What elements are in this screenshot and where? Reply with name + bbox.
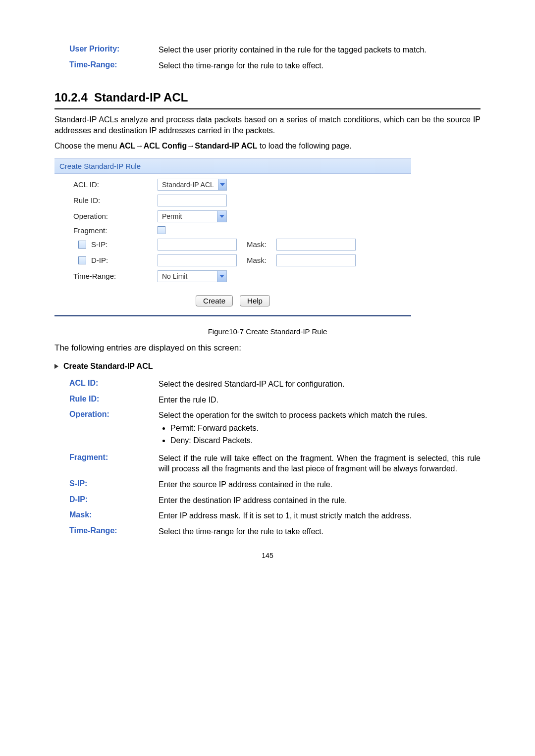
sip-mask-input[interactable]	[276, 239, 356, 251]
section-divider	[54, 108, 481, 109]
fragment-checkbox[interactable]	[158, 226, 165, 234]
label-fragment: Fragment:	[73, 226, 158, 235]
entries-intro: The following entries are displayed on t…	[54, 343, 481, 354]
sub-heading: Create Standard-IP ACL	[63, 362, 153, 371]
dip-input[interactable]	[158, 254, 237, 266]
definition-label-mask: Mask:	[69, 510, 159, 521]
svg-marker-1	[219, 215, 224, 218]
intro-paragraph-2: Choose the menu ACL→ACL Config→Standard-…	[54, 141, 481, 151]
chevron-down-icon	[217, 211, 226, 222]
definition-value: Select the desired Standard-IP ACL for c…	[159, 379, 481, 390]
chevron-down-icon	[218, 179, 226, 190]
operation-bullets: Permit: Forward packets. Deny: Discard P…	[159, 423, 481, 446]
form-grid: ACL ID: Standard-IP ACL Rule ID: Operati…	[54, 174, 411, 287]
top-definitions-block: User Priority: Select the user priority …	[54, 45, 481, 71]
bullet-deny: Deny: Discard Packets.	[170, 435, 481, 446]
operation-dropdown[interactable]: Permit	[158, 210, 227, 222]
label-rule-id: Rule ID:	[73, 196, 158, 204]
figure-caption: Figure10-7 Create Standard-IP Rule	[54, 327, 481, 336]
document-page: User Priority: Select the user priority …	[0, 0, 535, 756]
section-number: 10.2.4	[54, 91, 88, 104]
definition-value: Select if the rule will take effect on t…	[159, 453, 481, 474]
chevron-down-icon	[217, 271, 226, 282]
definition-value: Enter the destination IP address contain…	[159, 495, 481, 506]
svg-marker-0	[220, 183, 225, 186]
label-time-range: Time-Range:	[73, 272, 158, 280]
definition-value: Select the operation for the switch to p…	[159, 410, 481, 448]
intro2-suffix: to load the following page.	[258, 142, 352, 150]
definition-row: Time-Range: Select the time-range for th…	[69, 60, 481, 71]
definition-row: D-IP: Enter the destination IP address c…	[69, 495, 481, 506]
definition-value: Select the time-range for the rule to ta…	[159, 526, 481, 537]
definition-operation-text: Select the operation for the switch to p…	[159, 411, 428, 419]
definition-label-acl-id: ACL ID:	[69, 379, 159, 390]
panel-title-bar: Create Standard-IP Rule	[54, 158, 411, 174]
intro2-menu-path: ACL→ACL Config→Standard-IP ACL	[119, 142, 258, 150]
button-row: Create Help	[54, 295, 411, 306]
definition-label-operation: Operation:	[69, 410, 159, 448]
bullet-permit: Permit: Forward packets.	[170, 423, 481, 434]
definition-label-fragment: Fragment:	[69, 453, 159, 474]
acl-id-dropdown[interactable]: Standard-IP ACL	[158, 179, 227, 191]
definition-row: User Priority: Select the user priority …	[69, 45, 481, 55]
time-range-dropdown-value: No Limit	[158, 272, 217, 280]
definition-label-time-range: Time-Range:	[69, 526, 159, 537]
label-acl-id: ACL ID:	[73, 180, 158, 189]
label-dip-mask: Mask:	[247, 256, 267, 264]
intro-paragraph-1: Standard-IP ACLs analyze and process dat…	[54, 114, 481, 136]
definition-value: Enter IP address mask. If it is set to 1…	[159, 510, 481, 521]
definition-row: Time-Range: Select the time-range for th…	[69, 526, 481, 537]
label-dip: D-IP:	[91, 256, 108, 264]
create-rule-panel: Create Standard-IP Rule ACL ID: Standard…	[54, 158, 411, 316]
label-dip-row: D-IP:	[73, 256, 158, 264]
definition-row: Mask: Enter IP address mask. If it is se…	[69, 510, 481, 521]
definition-value: Enter the source IP address contained in…	[159, 479, 481, 490]
help-button[interactable]: Help	[240, 295, 270, 306]
definition-label-user-priority: User Priority:	[69, 45, 159, 55]
section-heading: 10.2.4 Standard-IP ACL	[54, 91, 481, 104]
definition-row: Operation: Select the operation for the …	[69, 410, 481, 448]
label-sip: S-IP:	[91, 240, 107, 249]
dip-mask-input[interactable]	[276, 254, 356, 266]
definition-value: Select the time-range for the rule to ta…	[159, 60, 481, 71]
operation-dropdown-value: Permit	[158, 212, 217, 220]
dip-checkbox[interactable]	[78, 256, 86, 264]
definition-value: Enter the rule ID.	[159, 395, 481, 405]
rule-id-input[interactable]	[158, 195, 227, 206]
sub-heading-row: Create Standard-IP ACL	[54, 362, 481, 371]
definition-row: Fragment: Select if the rule will take e…	[69, 453, 481, 474]
page-number: 145	[54, 552, 481, 559]
definition-label-dip: D-IP:	[69, 495, 159, 506]
create-button[interactable]: Create	[196, 295, 233, 306]
sip-checkbox[interactable]	[78, 241, 86, 249]
definition-row: S-IP: Enter the source IP address contai…	[69, 479, 481, 490]
definition-row: Rule ID: Enter the rule ID.	[69, 395, 481, 405]
label-operation: Operation:	[73, 212, 158, 220]
definition-label-sip: S-IP:	[69, 479, 159, 490]
label-sip-mask: Mask:	[247, 240, 267, 249]
definition-label-time-range: Time-Range:	[69, 60, 159, 71]
triangle-bullet-icon	[54, 364, 58, 369]
acl-id-dropdown-value: Standard-IP ACL	[158, 181, 218, 189]
definitions-block: ACL ID: Select the desired Standard-IP A…	[54, 379, 481, 537]
svg-marker-2	[219, 275, 224, 278]
time-range-dropdown[interactable]: No Limit	[158, 270, 227, 282]
definition-row: ACL ID: Select the desired Standard-IP A…	[69, 379, 481, 390]
sip-input[interactable]	[158, 239, 237, 251]
definition-label-rule-id: Rule ID:	[69, 395, 159, 405]
intro2-prefix: Choose the menu	[54, 142, 119, 150]
section-title: Standard-IP ACL	[94, 91, 188, 104]
label-sip-row: S-IP:	[73, 240, 158, 249]
definition-value: Select the user priority contained in th…	[159, 45, 481, 55]
